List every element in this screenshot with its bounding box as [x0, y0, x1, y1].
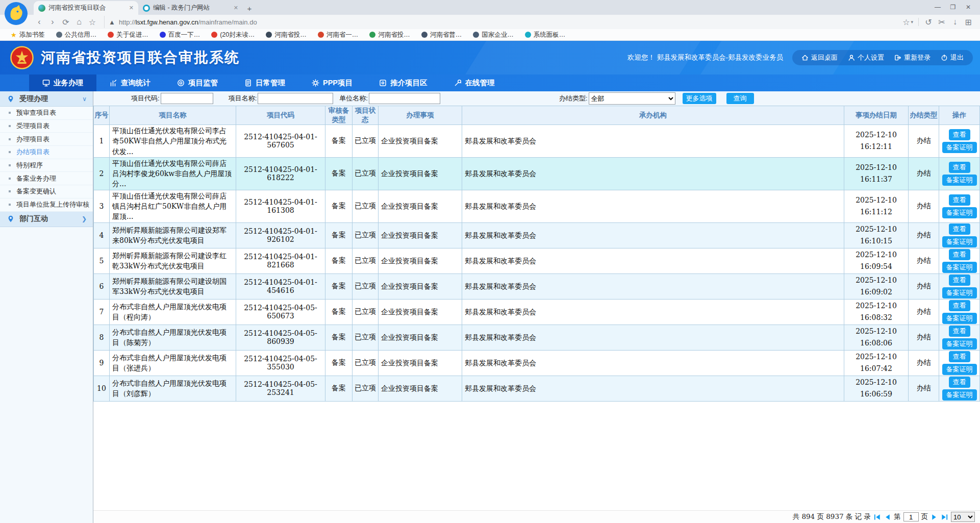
view-button[interactable]: 查看 [949, 300, 970, 311]
view-button[interactable]: 查看 [949, 162, 970, 173]
sidebar-item[interactable]: 办理项目表 [0, 133, 93, 146]
record-cert-button[interactable]: 备案证明 [942, 338, 977, 350]
record-cert-button[interactable]: 备案证明 [942, 236, 977, 247]
sidebar-item[interactable]: 特别程序 [0, 159, 93, 172]
record-cert-button[interactable]: 备案证明 [942, 287, 977, 298]
bookmark-item[interactable]: 国家企业… [467, 31, 519, 39]
close-icon[interactable]: ✕ [961, 1, 976, 13]
action-buttons: 查看备案证明 [941, 326, 978, 350]
bookmark-item[interactable]: 百度一下… [154, 31, 206, 39]
screenshot-scissors-icon[interactable]: ✂ [935, 16, 948, 28]
name-input[interactable] [258, 93, 333, 104]
undo-icon[interactable]: ↺ [922, 16, 935, 28]
bookmark-item[interactable]: (20封未读… [206, 31, 260, 39]
tab-close-icon[interactable]: ✕ [129, 5, 134, 11]
record-cert-button[interactable]: 备案证明 [942, 313, 977, 324]
table-row[interactable]: 1平顶山佰仕通光伏发电有限公司李占奇50KW非自然人户用屋顶分布式光伏发...2… [94, 125, 980, 158]
browser-tab[interactable]: 编辑 - 政务门户网站✕ [138, 1, 243, 15]
table-row[interactable]: 9分布式非自然人户用屋顶光伏发电项目（张进兵）2512-410425-04-05… [94, 350, 980, 376]
sidebar-item[interactable]: 受理项目表 [0, 120, 93, 133]
bookmark-item[interactable]: 系统面板… [519, 31, 571, 39]
action-buttons: 查看备案证明 [941, 249, 978, 273]
bookmark-item[interactable]: 河南省投… [364, 31, 416, 39]
code-label: 项目代码: [131, 94, 160, 103]
code-input[interactable] [161, 93, 213, 104]
bookmark-item[interactable]: ★添加书签 [5, 31, 51, 39]
table-row[interactable]: 4郑州昕昇顺新能源有限公司建设郑军来80kW分布式光伏发电项目2512-4104… [94, 222, 980, 248]
record-cert-button[interactable]: 备案证明 [942, 142, 977, 153]
maximize-icon[interactable]: ❐ [945, 1, 961, 13]
sidebar-item[interactable]: 预审查项目表 [0, 107, 93, 120]
query-button[interactable]: 查询 [726, 93, 754, 104]
nav-item-wrench[interactable]: 在线管理 [441, 74, 508, 91]
table-row[interactable]: 10分布式非自然人户用屋顶光伏发电项目（刘彦辉）2512-410425-04-0… [94, 376, 980, 401]
bookmark-item[interactable]: 公共信用… [51, 31, 103, 39]
forward-icon[interactable]: › [46, 16, 59, 28]
nav-item-chart[interactable]: 查询统计 [96, 74, 164, 91]
new-tab-button[interactable]: + [243, 2, 256, 15]
tab-close-icon[interactable]: ✕ [234, 5, 238, 11]
sidebar-group-header[interactable]: 部门互动❯ [0, 212, 93, 227]
view-button[interactable]: 查看 [949, 351, 970, 362]
unit-input[interactable] [369, 93, 440, 104]
refresh-icon[interactable]: ⟳ [59, 16, 72, 28]
table-row[interactable]: 3平顶山佰仕通光伏发电有限公司薛店镇吕沟村吕红广50KW非自然人户用屋顶...2… [94, 190, 980, 222]
more-options-button[interactable]: 更多选项 [683, 93, 716, 104]
view-button[interactable]: 查看 [949, 326, 970, 337]
view-button[interactable]: 查看 [949, 377, 970, 388]
bookmark-item[interactable]: 河南省普… [416, 31, 468, 39]
header-action-power[interactable]: 退出 [941, 53, 964, 62]
record-cert-button[interactable]: 备案证明 [942, 175, 977, 186]
page-number-input[interactable] [903, 512, 919, 521]
first-page-icon[interactable] [873, 513, 881, 521]
bookmark-label: 河南省投… [274, 31, 307, 39]
sogou-browser-logo-icon[interactable] [4, 2, 28, 26]
home-icon[interactable]: ⌂ [72, 16, 86, 28]
record-cert-button[interactable]: 备案证明 [942, 364, 977, 375]
sidebar-group-header[interactable]: 受理办理∨ [0, 91, 93, 107]
view-button[interactable]: 查看 [949, 223, 970, 235]
minimize-icon[interactable]: — [930, 1, 945, 13]
table-row[interactable]: 6郑州昕昇顺新能源有限公司建设胡国军33kW分布式光伏发电项目2512-4104… [94, 273, 980, 299]
last-page-icon[interactable] [941, 513, 948, 521]
chevron-down-icon[interactable]: ▾ [911, 19, 913, 24]
table-row[interactable]: 8分布式非自然人户用屋顶光伏发电项目（陈菊芳）2512-410425-04-05… [94, 325, 980, 350]
view-button[interactable]: 查看 [949, 275, 970, 286]
sidebar-item[interactable]: 备案变更确认 [0, 185, 93, 198]
address-bar[interactable]: ▲ http://lsxt.fgw.henan.gov.cn/mainframe… [104, 16, 899, 28]
back-icon[interactable]: ‹ [33, 16, 46, 28]
header-action-relogin[interactable]: 重新登录 [894, 53, 931, 62]
doc-icon [244, 79, 252, 87]
apps-grid-icon[interactable]: ⊞ [962, 16, 975, 28]
bookmark-item[interactable]: 河南省一… [312, 31, 364, 39]
nav-item-gear[interactable]: PPP项目 [298, 74, 366, 91]
nav-item-target[interactable]: 项目监管 [164, 74, 231, 91]
view-button[interactable]: 查看 [949, 129, 970, 140]
record-cert-button[interactable]: 备案证明 [942, 207, 977, 218]
nav-item-doc[interactable]: 日常管理 [231, 74, 298, 91]
sidebar-item[interactable]: 备案业务办理 [0, 172, 93, 185]
cell-status: 已立项 [353, 157, 379, 190]
prev-page-icon[interactable] [884, 513, 891, 521]
download-icon[interactable]: ↓ [948, 16, 962, 28]
bookmark-item[interactable]: 河南省投… [260, 31, 312, 39]
nav-item-monitor[interactable]: 业务办理 [29, 74, 96, 91]
sidebar-item[interactable]: 项目单位批复上传待审核 [0, 198, 93, 212]
next-page-icon[interactable] [931, 513, 938, 521]
favorites-icon[interactable]: ☆ [86, 16, 99, 28]
table-row[interactable]: 5郑州昕昇顺新能源有限公司建设李红乾33kW分布式光伏发电项目2512-4104… [94, 248, 980, 273]
browser-tab[interactable]: 河南省投资项目联合✕ [34, 1, 138, 15]
view-button[interactable]: 查看 [949, 194, 970, 206]
table-row[interactable]: 7分布式非自然人户用屋顶光伏发电项目（程向涛）2512-410425-04-05… [94, 299, 980, 325]
nav-item-box[interactable]: 推介项目区 [366, 74, 441, 91]
bookmark-item[interactable]: 关于促进… [102, 31, 154, 39]
page-size-select[interactable]: 10 [951, 512, 975, 522]
record-cert-button[interactable]: 备案证明 [942, 389, 977, 401]
view-button[interactable]: 查看 [949, 249, 970, 260]
table-row[interactable]: 2平顶山佰仕通光伏发电有限公司薛店吕沟村李俊龙60kw非自然人户用屋顶分...2… [94, 157, 980, 190]
header-action-user[interactable]: 个人设置 [848, 53, 884, 62]
sidebar-item[interactable]: 办结项目表 [0, 146, 93, 159]
record-cert-button[interactable]: 备案证明 [942, 262, 977, 273]
header-action-home[interactable]: 返回桌面 [801, 53, 838, 62]
closure-type-select[interactable]: 全部 [589, 92, 675, 105]
